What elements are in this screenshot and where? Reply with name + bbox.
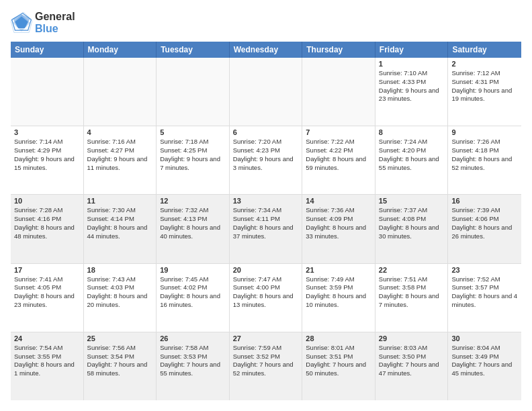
sunset-text: Sunset: 4:29 PM <box>14 146 80 155</box>
sunrise-text: Sunrise: 7:36 AM <box>306 206 371 215</box>
calendar-cell <box>84 58 157 126</box>
sunrise-text: Sunrise: 7:30 AM <box>87 206 153 215</box>
sunset-text: Sunset: 4:31 PM <box>451 78 518 87</box>
weekday-header: Saturday <box>448 42 521 58</box>
sunset-text: Sunset: 3:58 PM <box>379 283 445 292</box>
sunset-text: Sunset: 4:18 PM <box>451 146 518 155</box>
daylight-text: Daylight: 9 hours and 15 minutes. <box>14 155 80 173</box>
day-number: 27 <box>233 334 299 342</box>
sunset-text: Sunset: 4:05 PM <box>14 283 80 292</box>
sunrise-text: Sunrise: 7:22 AM <box>306 138 371 146</box>
day-number: 17 <box>14 266 80 274</box>
sunrise-text: Sunrise: 7:34 AM <box>233 206 299 215</box>
day-number: 10 <box>14 197 80 205</box>
daylight-text: Daylight: 8 hours and 59 minutes. <box>306 155 371 173</box>
day-number: 26 <box>160 334 226 342</box>
calendar-cell: 1Sunrise: 7:10 AMSunset: 4:33 PMDaylight… <box>375 58 449 126</box>
day-number: 8 <box>379 128 445 136</box>
sunset-text: Sunset: 4:02 PM <box>160 283 226 292</box>
sunrise-text: Sunrise: 7:47 AM <box>233 275 299 284</box>
sunrise-text: Sunrise: 7:12 AM <box>451 69 518 78</box>
calendar-cell: 8Sunrise: 7:24 AMSunset: 4:20 PMDaylight… <box>375 126 449 194</box>
daylight-text: Daylight: 8 hours and 10 minutes. <box>306 292 371 310</box>
day-number: 6 <box>233 128 299 136</box>
day-number: 11 <box>87 197 153 205</box>
calendar-cell: 26Sunrise: 7:58 AMSunset: 3:53 PMDayligh… <box>157 332 230 400</box>
daylight-text: Daylight: 9 hours and 19 minutes. <box>451 87 518 104</box>
calendar-header: SundayMondayTuesdayWednesdayThursdayFrid… <box>11 42 521 58</box>
sunset-text: Sunset: 3:53 PM <box>160 353 226 361</box>
sunrise-text: Sunrise: 7:32 AM <box>160 206 226 215</box>
daylight-text: Daylight: 7 hours and 45 minutes. <box>451 361 518 378</box>
calendar-cell: 5Sunrise: 7:18 AMSunset: 4:25 PMDaylight… <box>157 126 230 194</box>
day-number: 28 <box>306 334 371 342</box>
day-number: 5 <box>160 128 226 136</box>
daylight-text: Daylight: 9 hours and 23 minutes. <box>379 87 445 104</box>
daylight-text: Daylight: 8 hours and 1 minute. <box>14 361 80 378</box>
calendar-cell: 15Sunrise: 7:37 AMSunset: 4:08 PMDayligh… <box>375 195 449 263</box>
calendar-cell <box>11 58 84 126</box>
sunrise-text: Sunrise: 7:49 AM <box>306 275 371 284</box>
sunrise-text: Sunrise: 7:18 AM <box>160 138 226 146</box>
calendar-body: 1Sunrise: 7:10 AMSunset: 4:33 PMDaylight… <box>11 58 521 400</box>
sunrise-text: Sunrise: 7:54 AM <box>14 344 80 353</box>
calendar-cell: 11Sunrise: 7:30 AMSunset: 4:14 PMDayligh… <box>84 195 157 263</box>
calendar-cell: 14Sunrise: 7:36 AMSunset: 4:09 PMDayligh… <box>302 195 375 263</box>
sunset-text: Sunset: 3:59 PM <box>306 283 371 292</box>
day-number: 3 <box>14 128 80 136</box>
sunset-text: Sunset: 3:49 PM <box>451 353 518 361</box>
calendar-row: 10Sunrise: 7:28 AMSunset: 4:16 PMDayligh… <box>11 195 521 263</box>
calendar-cell: 30Sunrise: 8:04 AMSunset: 3:49 PMDayligh… <box>448 332 521 400</box>
logo-icon <box>11 12 32 34</box>
daylight-text: Daylight: 7 hours and 55 minutes. <box>160 361 226 378</box>
sunset-text: Sunset: 4:08 PM <box>379 215 445 224</box>
sunset-text: Sunset: 4:23 PM <box>233 146 299 155</box>
sunrise-text: Sunrise: 7:51 AM <box>379 275 445 284</box>
sunrise-text: Sunrise: 8:03 AM <box>379 344 445 353</box>
daylight-text: Daylight: 7 hours and 52 minutes. <box>233 361 299 378</box>
sunset-text: Sunset: 4:22 PM <box>306 146 371 155</box>
calendar-cell: 25Sunrise: 7:56 AMSunset: 3:54 PMDayligh… <box>84 332 157 400</box>
daylight-text: Daylight: 8 hours and 20 minutes. <box>87 292 153 310</box>
sunrise-text: Sunrise: 7:56 AM <box>87 344 153 353</box>
daylight-text: Daylight: 8 hours and 48 minutes. <box>14 224 80 241</box>
sunrise-text: Sunrise: 7:59 AM <box>233 344 299 353</box>
sunset-text: Sunset: 3:50 PM <box>379 353 445 361</box>
weekday-header: Monday <box>84 42 157 58</box>
day-number: 30 <box>451 334 518 342</box>
day-number: 18 <box>87 266 153 274</box>
calendar-cell: 24Sunrise: 7:54 AMSunset: 3:55 PMDayligh… <box>11 332 84 400</box>
sunrise-text: Sunrise: 7:52 AM <box>451 275 518 284</box>
sunrise-text: Sunrise: 7:58 AM <box>160 344 226 353</box>
daylight-text: Daylight: 8 hours and 23 minutes. <box>14 292 80 310</box>
sunrise-text: Sunrise: 7:28 AM <box>14 206 80 215</box>
sunset-text: Sunset: 4:14 PM <box>87 215 153 224</box>
daylight-text: Daylight: 8 hours and 33 minutes. <box>306 224 371 241</box>
sunrise-text: Sunrise: 7:41 AM <box>14 275 80 284</box>
daylight-text: Daylight: 9 hours and 3 minutes. <box>233 155 299 173</box>
header: General Blue <box>11 11 521 35</box>
calendar-cell: 21Sunrise: 7:49 AMSunset: 3:59 PMDayligh… <box>302 264 375 332</box>
sunset-text: Sunset: 3:54 PM <box>87 353 153 361</box>
day-number: 7 <box>306 128 371 136</box>
sunset-text: Sunset: 4:16 PM <box>14 215 80 224</box>
calendar-cell: 4Sunrise: 7:16 AMSunset: 4:27 PMDaylight… <box>84 126 157 194</box>
sunrise-text: Sunrise: 7:16 AM <box>87 138 153 146</box>
sunrise-text: Sunrise: 8:01 AM <box>306 344 371 353</box>
day-number: 29 <box>379 334 445 342</box>
sunrise-text: Sunrise: 7:39 AM <box>451 206 518 215</box>
calendar-cell: 27Sunrise: 7:59 AMSunset: 3:52 PMDayligh… <box>230 332 303 400</box>
day-number: 12 <box>160 197 226 205</box>
calendar-cell <box>230 58 303 126</box>
calendar-row: 24Sunrise: 7:54 AMSunset: 3:55 PMDayligh… <box>11 332 521 400</box>
sunset-text: Sunset: 3:52 PM <box>233 353 299 361</box>
day-number: 4 <box>87 128 153 136</box>
sunset-text: Sunset: 4:33 PM <box>379 78 445 87</box>
calendar-cell: 22Sunrise: 7:51 AMSunset: 3:58 PMDayligh… <box>375 264 449 332</box>
day-number: 22 <box>379 266 445 274</box>
calendar-cell: 20Sunrise: 7:47 AMSunset: 4:00 PMDayligh… <box>230 264 303 332</box>
day-number: 15 <box>379 197 445 205</box>
sunset-text: Sunset: 4:09 PM <box>306 215 371 224</box>
weekday-header: Wednesday <box>230 42 303 58</box>
daylight-text: Daylight: 7 hours and 58 minutes. <box>87 361 153 378</box>
